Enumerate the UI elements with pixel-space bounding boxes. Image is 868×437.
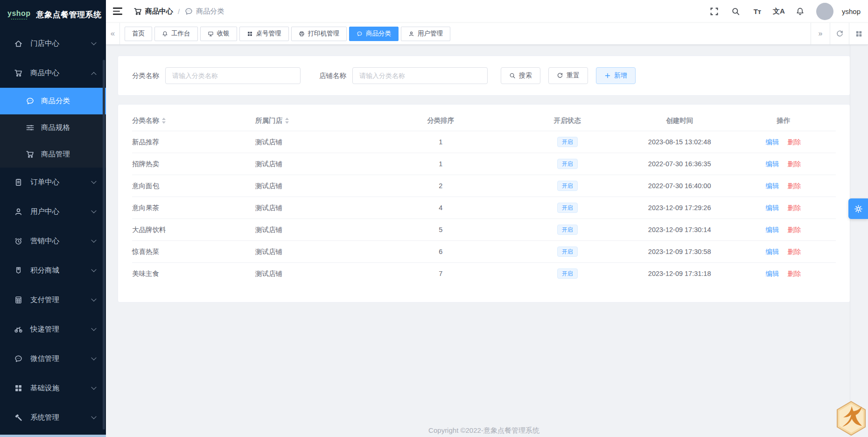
tabs-scroll-right-icon[interactable]: » (811, 23, 830, 44)
tab-item[interactable]: 首页 (125, 27, 152, 41)
refresh-icon[interactable] (830, 23, 849, 44)
cell-status: 开启 (506, 247, 628, 257)
sidebar-menu: 门店中心 商品中心 商品分类 商品规格 商品管理 订单中心 用户中心 营销中心 … (0, 29, 106, 432)
grid-icon (14, 384, 23, 393)
tab-item[interactable]: 打印机管理 (291, 27, 347, 41)
cell-category-name: 招牌热卖 (132, 160, 255, 169)
hamburger-icon[interactable] (113, 7, 122, 14)
bike-icon (14, 325, 23, 334)
chat-icon (14, 354, 23, 364)
edit-link[interactable]: 编辑 (766, 204, 779, 212)
bell-icon[interactable] (792, 3, 809, 20)
cell-sort: 4 (375, 204, 506, 211)
layout-grid-icon[interactable] (849, 23, 868, 44)
sidebar-item[interactable]: 积分商城 (0, 256, 106, 285)
user-name[interactable]: yshop (842, 7, 861, 15)
sidebar-subitem[interactable]: 商品管理 (0, 141, 106, 168)
sidebar-item[interactable]: 订单中心 (0, 168, 106, 197)
sidebar-item[interactable]: 微信管理 (0, 344, 106, 374)
table-row: 惊喜热菜 测试店铺 6 开启 2023-12-09 17:30:58 编辑删除 (132, 240, 836, 262)
sidebar-item[interactable]: 快递管理 (0, 315, 106, 344)
font-size-icon[interactable]: Tт (749, 3, 766, 20)
delete-link[interactable]: 删除 (788, 226, 801, 234)
sliders-icon (26, 123, 35, 133)
status-badge: 开启 (557, 203, 578, 213)
breadcrumb-root[interactable]: 商品中心 (133, 7, 173, 16)
sidebar-scrollbar[interactable] (103, 60, 105, 430)
bell-icon (162, 31, 168, 37)
column-header[interactable]: 所属门店 (255, 116, 375, 125)
gear-icon (854, 204, 863, 213)
edit-link[interactable]: 编辑 (766, 160, 779, 169)
edit-link[interactable]: 编辑 (766, 226, 779, 234)
avatar[interactable] (816, 3, 833, 20)
edit-link[interactable]: 编辑 (766, 138, 779, 147)
search-icon[interactable] (728, 3, 744, 20)
reset-button[interactable]: 重置 (548, 67, 588, 84)
tab-item[interactable]: 收银 (200, 27, 237, 41)
delete-link[interactable]: 删除 (788, 247, 801, 256)
alarm-icon (14, 237, 23, 246)
sidebar-horizontal-scrollbar[interactable] (0, 435, 106, 437)
tab-item[interactable]: 工作台 (154, 27, 198, 41)
edit-link[interactable]: 编辑 (766, 247, 779, 256)
cell-status: 开启 (506, 268, 628, 279)
search-button[interactable]: 搜索 (501, 67, 540, 84)
sidebar-item[interactable]: 门店中心 (0, 29, 106, 58)
cell-shop-name: 测试店铺 (255, 204, 375, 212)
sidebar-item[interactable]: 支付管理 (0, 285, 106, 315)
app-logo: yshop 意象点餐管理系统 (0, 0, 106, 29)
sidebar-item[interactable]: 基础设施 (0, 374, 106, 403)
status-badge: 开启 (557, 159, 578, 169)
sidebar-item[interactable]: 商品中心 (0, 58, 106, 88)
bird-badge[interactable] (835, 400, 868, 437)
sidebar-subitem[interactable]: 商品分类 (0, 88, 106, 114)
tab-item[interactable]: 商品分类 (349, 27, 399, 41)
cell-shop-name: 测试店铺 (255, 138, 375, 147)
table-row: 意向面包 测试店铺 2 开启 2022-07-30 16:40:00 编辑删除 (132, 175, 836, 197)
sidebar-item[interactable]: 用户中心 (0, 197, 106, 226)
sidebar-subitem[interactable]: 商品规格 (0, 114, 106, 141)
tab-item[interactable]: 用户管理 (401, 27, 450, 41)
category-name-input[interactable] (165, 67, 301, 84)
column-header[interactable]: 分类名称 (132, 116, 255, 125)
content-scrollbar[interactable] (850, 45, 850, 437)
delete-link[interactable]: 删除 (788, 138, 801, 147)
cell-created: 2023-12-09 17:31:18 (628, 270, 731, 277)
edit-link[interactable]: 编辑 (766, 269, 779, 278)
delete-link[interactable]: 删除 (788, 160, 801, 169)
delete-link[interactable]: 删除 (788, 182, 801, 190)
column-header: 操作 (731, 116, 836, 125)
tab-item[interactable]: 桌号管理 (239, 27, 289, 41)
cell-created: 2023-12-09 17:29:26 (628, 204, 731, 211)
clipboard-icon (14, 178, 23, 187)
settings-button[interactable] (848, 198, 868, 219)
tabs-scroll-left-icon[interactable]: « (106, 23, 120, 44)
column-header: 开启状态 (506, 116, 628, 125)
cell-status: 开启 (506, 137, 628, 147)
translate-icon[interactable]: 文A (770, 3, 787, 20)
cell-shop-name: 测试店铺 (255, 247, 375, 256)
add-button[interactable]: 新增 (596, 67, 636, 84)
cell-created: 2023-08-15 13:02:48 (628, 138, 731, 146)
cell-status: 开启 (506, 159, 628, 169)
sidebar-item[interactable]: 营销中心 (0, 226, 106, 256)
chat-icon (357, 31, 363, 37)
column-header: 创建时间 (628, 116, 731, 125)
cell-shop-name: 测试店铺 (255, 226, 375, 234)
sidebar-item[interactable]: 系统管理 (0, 403, 106, 432)
table-body: 新品推荐 测试店铺 1 开启 2023-08-15 13:02:48 编辑删除 … (132, 131, 836, 284)
shop-name-input[interactable] (352, 67, 488, 84)
delete-link[interactable]: 删除 (788, 269, 801, 278)
cell-sort: 7 (375, 270, 506, 277)
edit-link[interactable]: 编辑 (766, 182, 779, 190)
sort-carets-icon[interactable] (285, 118, 289, 124)
delete-link[interactable]: 删除 (788, 204, 801, 212)
cart-icon (133, 7, 142, 15)
table-header-row: 分类名称 所属门店 分类排序 开启状态 创建时间 操作 (132, 110, 836, 131)
cart-icon (14, 69, 23, 78)
table-row: 新品推荐 测试店铺 1 开启 2023-08-15 13:02:48 编辑删除 (132, 131, 836, 153)
fullscreen-icon[interactable] (706, 3, 723, 20)
status-badge: 开启 (557, 268, 578, 279)
sort-carets-icon[interactable] (162, 118, 166, 124)
